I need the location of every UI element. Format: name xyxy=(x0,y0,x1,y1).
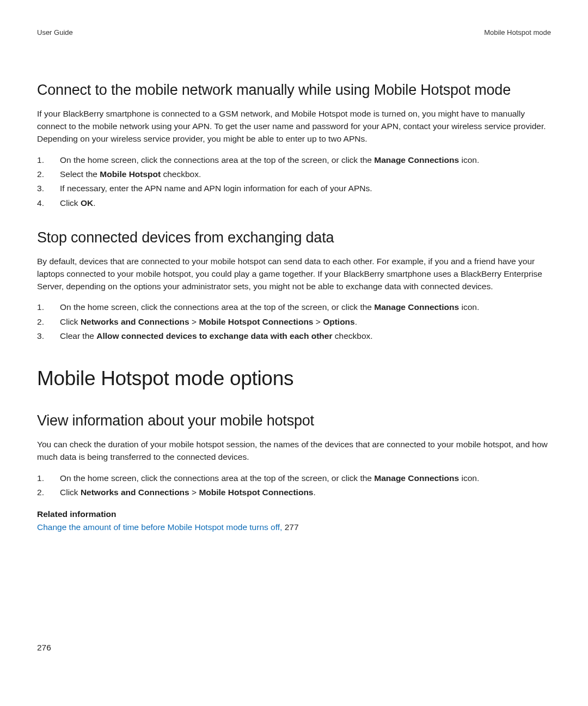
related-link[interactable]: Change the amount of time before Mobile … xyxy=(37,522,551,532)
section-heading-view-info: View information about your mobile hotsp… xyxy=(37,412,551,430)
step-item: Click OK. xyxy=(37,196,551,210)
header-left: User Guide xyxy=(37,28,73,36)
ui-label-mobile-hotspot-connections: Mobile Hotspot Connections xyxy=(199,317,313,326)
step-item: Select the Mobile Hotspot checkbox. xyxy=(37,167,551,181)
step-text: Click xyxy=(60,488,81,497)
page-number: 276 xyxy=(37,643,51,653)
step-text: Select the xyxy=(60,169,100,179)
steps-list: On the home screen, click the connection… xyxy=(37,300,551,343)
related-information-heading: Related information xyxy=(37,509,551,519)
ui-label-networks-connections: Networks and Connections xyxy=(81,488,189,497)
ui-label-options: Options xyxy=(323,317,355,326)
step-text: Click xyxy=(60,317,81,326)
ui-label-allow-exchange: Allow connected devices to exchange data… xyxy=(96,331,332,340)
step-text: icon. xyxy=(459,155,479,165)
step-text: . xyxy=(313,488,315,497)
header-right: Mobile Hotspot mode xyxy=(484,28,551,36)
major-heading-mode-options: Mobile Hotspot mode options xyxy=(37,367,551,390)
ui-label-networks-connections: Networks and Connections xyxy=(81,317,189,326)
step-text: Click xyxy=(60,198,81,208)
section-heading-connect-manually: Connect to the mobile network manually w… xyxy=(37,81,551,100)
section-paragraph: If your BlackBerry smartphone is connect… xyxy=(37,107,551,145)
ui-label-mobile-hotspot-connections: Mobile Hotspot Connections xyxy=(199,488,313,497)
step-item: Clear the Allow connected devices to exc… xyxy=(37,329,551,343)
section-heading-stop-exchange: Stop connected devices from exchanging d… xyxy=(37,229,551,247)
page-header: User Guide Mobile Hotspot mode xyxy=(37,28,551,36)
step-text: icon. xyxy=(459,302,479,312)
step-text: On the home screen, click the connection… xyxy=(60,473,374,483)
step-text: icon. xyxy=(459,473,479,483)
ui-label-mobile-hotspot: Mobile Hotspot xyxy=(100,169,161,179)
step-text: On the home screen, click the connection… xyxy=(60,155,374,165)
step-text: checkbox. xyxy=(332,331,372,340)
step-item: Click Networks and Connections > Mobile … xyxy=(37,315,551,329)
steps-list: On the home screen, click the connection… xyxy=(37,471,551,500)
section-paragraph: By default, devices that are connected t… xyxy=(37,255,551,293)
ui-label-manage-connections: Manage Connections xyxy=(374,473,459,483)
step-item: On the home screen, click the connection… xyxy=(37,300,551,314)
page-content: User Guide Mobile Hotspot mode Connect t… xyxy=(0,0,588,532)
ui-label-manage-connections: Manage Connections xyxy=(374,302,459,312)
section-paragraph: You can check the duration of your mobil… xyxy=(37,438,551,464)
related-link-text: Change the amount of time before Mobile … xyxy=(37,522,285,532)
step-text: On the home screen, click the connection… xyxy=(60,302,374,312)
breadcrumb-separator: > xyxy=(189,317,199,326)
breadcrumb-separator: > xyxy=(313,317,323,326)
step-item: On the home screen, click the connection… xyxy=(37,153,551,167)
ui-label-ok: OK xyxy=(81,198,93,208)
step-text: Clear the xyxy=(60,331,96,340)
step-item: Click Networks and Connections > Mobile … xyxy=(37,485,551,500)
step-item: If necessary, enter the APN name and APN… xyxy=(37,181,551,196)
step-text: checkbox. xyxy=(161,169,201,179)
breadcrumb-separator: > xyxy=(189,488,199,497)
step-text: . xyxy=(355,317,357,326)
ui-label-manage-connections: Manage Connections xyxy=(374,155,459,165)
step-item: On the home screen, click the connection… xyxy=(37,471,551,485)
steps-list: On the home screen, click the connection… xyxy=(37,153,551,210)
related-link-page: 277 xyxy=(285,522,299,532)
step-text: . xyxy=(93,198,95,208)
step-text: If necessary, enter the APN name and APN… xyxy=(60,184,372,193)
